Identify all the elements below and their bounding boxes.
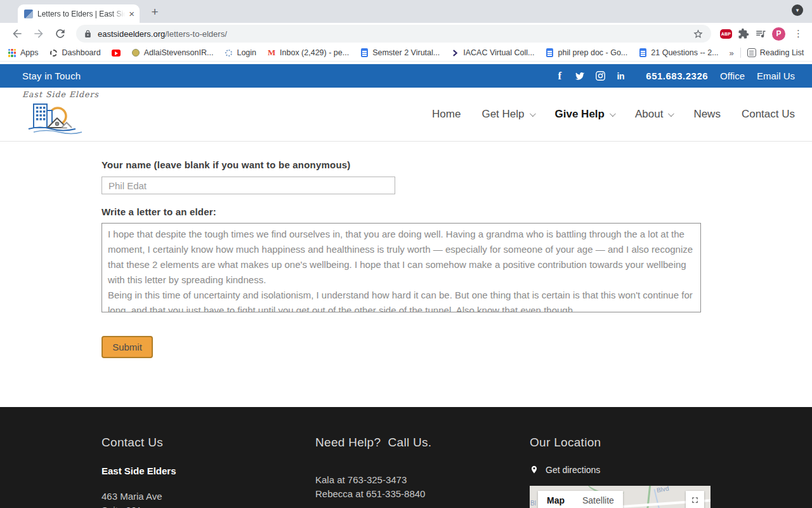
tab-close-icon[interactable]: × bbox=[129, 9, 134, 18]
tab-favicon-icon bbox=[24, 10, 33, 18]
footer-org-name: East Side Elders bbox=[102, 465, 315, 476]
adblock-extension-icon[interactable]: ABP bbox=[720, 29, 732, 39]
phone-number[interactable]: 651.683.2326 bbox=[646, 70, 708, 81]
get-directions-link[interactable]: Get directions bbox=[530, 464, 720, 475]
bookmarks-right: » Reading List bbox=[730, 48, 807, 58]
logo-graphic-icon bbox=[22, 99, 83, 137]
bookmark-adlaistevenson[interactable]: AdlaiStevensonIR... bbox=[131, 48, 214, 57]
footer-contact-heading: Contact Us bbox=[102, 436, 315, 450]
footer-address-line2: Suite 201 bbox=[102, 504, 315, 508]
reading-list-button[interactable]: Reading List bbox=[747, 48, 804, 57]
name-field-label: Your name (leave blank if you want to be… bbox=[102, 159, 812, 170]
bookmark-label: IACAC Virtual Coll... bbox=[463, 48, 534, 57]
playlist-extension-icon[interactable] bbox=[755, 28, 766, 39]
satellite-button[interactable]: Satellite bbox=[573, 491, 623, 508]
footer-phone-line2: Rebecca at 651-335-8840 bbox=[315, 487, 530, 501]
google-doc-icon bbox=[546, 48, 554, 57]
google-doc-icon bbox=[360, 48, 369, 57]
dashboard-icon bbox=[49, 48, 58, 57]
browser-menu-icon[interactable]: ⋮ bbox=[791, 28, 806, 39]
footer-location-heading: Our Location bbox=[530, 436, 720, 450]
instagram-icon[interactable] bbox=[594, 70, 606, 82]
apps-grid-icon bbox=[8, 48, 16, 57]
url-path: /letters-to-elders/ bbox=[165, 29, 227, 39]
bookmark-label: Apps bbox=[20, 48, 39, 57]
site-seal-icon bbox=[131, 48, 140, 57]
bookmark-apps[interactable]: Apps bbox=[8, 48, 39, 57]
back-icon[interactable] bbox=[11, 27, 23, 40]
reload-icon[interactable] bbox=[54, 27, 67, 40]
bookmark-iacac[interactable]: IACAC Virtual Coll... bbox=[450, 48, 534, 57]
linkedin-icon[interactable]: in bbox=[615, 70, 626, 82]
nav-contact-us[interactable]: Contact Us bbox=[742, 108, 795, 121]
map-type-buttons: Map Satellite bbox=[538, 491, 623, 508]
letter-textarea[interactable]: I hope that despite the tough times we f… bbox=[102, 223, 701, 312]
nav-home[interactable]: Home bbox=[432, 108, 461, 121]
browser-tab[interactable]: Letters to Elders | East Side Eld × bbox=[18, 4, 140, 23]
browser-toolbar: eastsideelders.org/letters-to-elders/ AB… bbox=[0, 23, 812, 44]
logo-text: East Side Elders bbox=[22, 90, 86, 99]
youtube-icon bbox=[112, 48, 121, 57]
fullscreen-icon bbox=[690, 495, 700, 505]
extensions-puzzle-icon[interactable] bbox=[738, 28, 749, 39]
bookmark-youtube[interactable] bbox=[112, 48, 121, 57]
map-fullscreen-button[interactable] bbox=[686, 491, 704, 508]
footer-contact-column: Contact Us East Side Elders 463 Maria Av… bbox=[102, 407, 315, 508]
forward-icon[interactable] bbox=[32, 27, 45, 40]
site-logo[interactable]: East Side Elders bbox=[22, 90, 86, 140]
bookmark-semster[interactable]: Semster 2 Virutal... bbox=[360, 48, 440, 57]
nav-news[interactable]: News bbox=[693, 108, 721, 121]
google-doc-icon bbox=[638, 48, 647, 57]
chevron-down-icon bbox=[610, 110, 616, 117]
social-icons: f in bbox=[554, 70, 626, 82]
bookmarks-bar: Apps Dashboard AdlaiStevensonIR... Login… bbox=[0, 44, 812, 62]
office-link[interactable]: Office bbox=[720, 70, 745, 81]
email-us-link[interactable]: Email Us bbox=[757, 70, 795, 81]
profile-avatar[interactable]: P bbox=[772, 27, 785, 41]
footer-help-heading: Need Help? Call Us. bbox=[315, 436, 530, 450]
bookmark-label: Semster 2 Virutal... bbox=[372, 48, 440, 57]
arrow-right-icon bbox=[450, 48, 459, 57]
stay-in-touch-link[interactable]: Stay in Touch bbox=[22, 70, 81, 81]
bookmark-label: phil prep doc - Go... bbox=[558, 48, 628, 57]
address-bar[interactable]: eastsideelders.org/letters-to-elders/ bbox=[76, 25, 711, 43]
name-input[interactable] bbox=[102, 177, 395, 194]
site-footer: Contact Us East Side Elders 463 Maria Av… bbox=[0, 407, 812, 508]
letter-form: Your name (leave blank if you want to be… bbox=[0, 142, 812, 407]
login-icon bbox=[224, 48, 233, 57]
letter-field-label: Write a letter to an elder: bbox=[102, 206, 812, 217]
new-tab-button[interactable]: + bbox=[147, 5, 162, 20]
bookmarks-overflow-icon[interactable]: » bbox=[730, 48, 734, 58]
chevron-down-icon bbox=[529, 110, 535, 117]
footer-help-column: Need Help? Call Us. Kala at 763-325-3473… bbox=[315, 407, 530, 508]
top-info-bar: Stay in Touch f in 651.683.2326 Office E… bbox=[0, 64, 812, 88]
bookmark-philprep[interactable]: phil prep doc - Go... bbox=[546, 48, 628, 57]
map-road-label: Blvd bbox=[656, 486, 669, 494]
reading-list-icon bbox=[747, 48, 756, 57]
topbar-right: f in 651.683.2326 Office Email Us bbox=[554, 70, 795, 82]
nav-give-help[interactable]: Give Help bbox=[555, 108, 614, 121]
site-header: East Side Elders bbox=[0, 88, 812, 142]
submit-button[interactable]: Submit bbox=[102, 336, 153, 358]
chevron-down-icon bbox=[668, 110, 674, 117]
window-control-button[interactable]: ▾ bbox=[792, 4, 803, 16]
nav-get-help[interactable]: Get Help bbox=[481, 108, 534, 121]
bookmark-dashboard[interactable]: Dashboard bbox=[49, 48, 101, 57]
bookmark-inbox[interactable]: M Inbox (2,429) - pe... bbox=[267, 48, 349, 57]
map-button[interactable]: Map bbox=[538, 491, 573, 508]
bookmark-label: Dashboard bbox=[62, 48, 101, 57]
map-widget[interactable]: Blvd Bl Map Satellite bbox=[530, 486, 710, 508]
url-domain: eastsideelders.org bbox=[98, 29, 165, 39]
facebook-icon[interactable]: f bbox=[554, 70, 565, 82]
twitter-icon[interactable] bbox=[574, 70, 586, 82]
map-road-label: Bl bbox=[530, 500, 536, 507]
lock-icon[interactable] bbox=[84, 30, 92, 38]
footer-phone-line1: Kala at 763-325-3473 bbox=[315, 473, 530, 487]
bookmark-21questions[interactable]: 21 Questions -- 2... bbox=[638, 48, 718, 57]
page-viewport: Stay in Touch f in 651.683.2326 Office E… bbox=[0, 62, 812, 508]
bookmark-star-icon[interactable] bbox=[693, 29, 704, 39]
divider bbox=[740, 48, 741, 58]
tab-title: Letters to Elders | East Side Eld bbox=[37, 10, 125, 18]
bookmark-login[interactable]: Login bbox=[224, 48, 256, 57]
nav-about[interactable]: About bbox=[635, 108, 672, 121]
